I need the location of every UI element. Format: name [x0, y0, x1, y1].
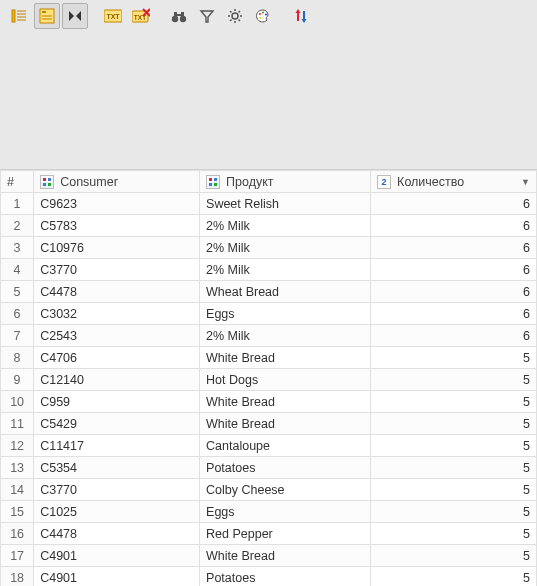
product-cell[interactable]: Wheat Bread: [200, 281, 371, 303]
find-button[interactable]: [166, 3, 192, 29]
header-quantity-label: Количество: [397, 175, 464, 189]
table-row[interactable]: 6C3032Eggs6: [1, 303, 537, 325]
view-list-button[interactable]: [6, 3, 32, 29]
quantity-cell[interactable]: 5: [371, 545, 537, 567]
quantity-cell[interactable]: 5: [371, 567, 537, 587]
consumer-cell[interactable]: C3770: [34, 259, 200, 281]
product-cell[interactable]: Cantaloupe: [200, 435, 371, 457]
consumer-cell[interactable]: C4478: [34, 281, 200, 303]
product-cell[interactable]: Eggs: [200, 501, 371, 523]
product-cell[interactable]: Colby Cheese: [200, 479, 371, 501]
table-row[interactable]: 1C9623Sweet Relish6: [1, 193, 537, 215]
table-row[interactable]: 9C12140Hot Dogs5: [1, 369, 537, 391]
quantity-cell[interactable]: 6: [371, 303, 537, 325]
color-button[interactable]: [250, 3, 276, 29]
consumer-cell[interactable]: C3770: [34, 479, 200, 501]
product-cell[interactable]: 2% Milk: [200, 215, 371, 237]
consumer-cell[interactable]: C2543: [34, 325, 200, 347]
consumer-cell[interactable]: C4478: [34, 523, 200, 545]
clear-text-button[interactable]: TXT: [128, 3, 154, 29]
product-cell[interactable]: 2% Milk: [200, 259, 371, 281]
quantity-cell[interactable]: 5: [371, 457, 537, 479]
table-row[interactable]: 7C25432% Milk6: [1, 325, 537, 347]
product-cell[interactable]: Sweet Relish: [200, 193, 371, 215]
table-row[interactable]: 12C11417Cantaloupe5: [1, 435, 537, 457]
table-row[interactable]: 16C4478Red Pepper5: [1, 523, 537, 545]
header-rownum[interactable]: #: [1, 171, 34, 193]
header-consumer[interactable]: Consumer: [34, 171, 200, 193]
header-product[interactable]: Продукт: [200, 171, 371, 193]
consumer-cell[interactable]: C12140: [34, 369, 200, 391]
toolbar: TXT TXT: [0, 0, 537, 32]
form-icon: [39, 8, 55, 24]
consumer-cell[interactable]: C10976: [34, 237, 200, 259]
gear-icon: [227, 8, 243, 24]
svg-line-15: [143, 9, 150, 16]
quantity-cell[interactable]: 6: [371, 281, 537, 303]
quantity-cell[interactable]: 5: [371, 413, 537, 435]
table-row[interactable]: 17C4901White Bread5: [1, 545, 537, 567]
table-row[interactable]: 14C3770Colby Cheese5: [1, 479, 537, 501]
consumer-cell[interactable]: C5429: [34, 413, 200, 435]
split-view-button[interactable]: [62, 3, 88, 29]
quantity-cell[interactable]: 5: [371, 369, 537, 391]
consumer-cell[interactable]: C9623: [34, 193, 200, 215]
consumer-cell[interactable]: C11417: [34, 435, 200, 457]
header-quantity[interactable]: 2 Количество ▼: [371, 171, 537, 193]
table-row[interactable]: 11C5429White Bread5: [1, 413, 537, 435]
table-row[interactable]: 8C4706White Bread5: [1, 347, 537, 369]
quantity-cell[interactable]: 6: [371, 237, 537, 259]
consumer-cell[interactable]: C5354: [34, 457, 200, 479]
quantity-cell[interactable]: 5: [371, 501, 537, 523]
sort-button[interactable]: [288, 3, 314, 29]
settings-button[interactable]: [222, 3, 248, 29]
header-row: # Consumer Продукт: [1, 171, 537, 193]
table-row[interactable]: 10C959White Bread5: [1, 391, 537, 413]
product-cell[interactable]: Potatoes: [200, 457, 371, 479]
consumer-cell[interactable]: C4901: [34, 567, 200, 587]
sort-descending-icon: ▼: [521, 177, 530, 187]
data-grid[interactable]: # Consumer Продукт: [0, 170, 537, 586]
table-row[interactable]: 3C109762% Milk6: [1, 237, 537, 259]
product-cell[interactable]: White Bread: [200, 545, 371, 567]
product-cell[interactable]: Eggs: [200, 303, 371, 325]
view-form-button[interactable]: [34, 3, 60, 29]
quantity-cell[interactable]: 6: [371, 325, 537, 347]
svg-text:TXT: TXT: [106, 13, 120, 20]
text-mode-button[interactable]: TXT: [100, 3, 126, 29]
product-cell[interactable]: 2% Milk: [200, 237, 371, 259]
quantity-cell[interactable]: 6: [371, 215, 537, 237]
table-row[interactable]: 4C37702% Milk6: [1, 259, 537, 281]
product-cell[interactable]: White Bread: [200, 413, 371, 435]
product-cell[interactable]: Potatoes: [200, 567, 371, 587]
consumer-cell[interactable]: C4901: [34, 545, 200, 567]
consumer-cell[interactable]: C1025: [34, 501, 200, 523]
quantity-cell[interactable]: 6: [371, 259, 537, 281]
consumer-cell[interactable]: C5783: [34, 215, 200, 237]
table-row[interactable]: 15C1025Eggs5: [1, 501, 537, 523]
product-cell[interactable]: Red Pepper: [200, 523, 371, 545]
row-number-cell: 13: [1, 457, 34, 479]
table-row[interactable]: 18C4901Potatoes5: [1, 567, 537, 587]
quantity-cell[interactable]: 5: [371, 479, 537, 501]
table-row[interactable]: 13C5354Potatoes5: [1, 457, 537, 479]
quantity-cell[interactable]: 6: [371, 193, 537, 215]
consumer-cell[interactable]: C4706: [34, 347, 200, 369]
product-cell[interactable]: White Bread: [200, 347, 371, 369]
quantity-cell[interactable]: 5: [371, 391, 537, 413]
product-cell[interactable]: 2% Milk: [200, 325, 371, 347]
row-number-cell: 15: [1, 501, 34, 523]
product-cell[interactable]: Hot Dogs: [200, 369, 371, 391]
quantity-cell[interactable]: 5: [371, 523, 537, 545]
table-row[interactable]: 2C57832% Milk6: [1, 215, 537, 237]
product-cell[interactable]: White Bread: [200, 391, 371, 413]
consumer-cell[interactable]: C3032: [34, 303, 200, 325]
table-row[interactable]: 5C4478Wheat Bread6: [1, 281, 537, 303]
toolbar-panel: TXT TXT: [0, 0, 537, 170]
filter-button[interactable]: [194, 3, 220, 29]
quantity-cell[interactable]: 5: [371, 347, 537, 369]
categorical-col-icon: [206, 175, 220, 189]
quantity-cell[interactable]: 5: [371, 435, 537, 457]
svg-point-23: [232, 13, 238, 19]
consumer-cell[interactable]: C959: [34, 391, 200, 413]
